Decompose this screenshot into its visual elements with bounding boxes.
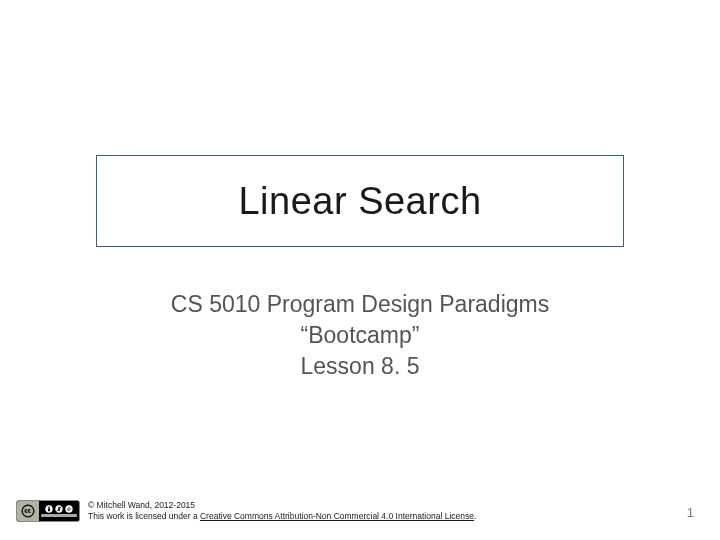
svg-point-7 — [65, 505, 72, 512]
cc-license-badge-icon: $ — [16, 500, 80, 522]
license-link[interactable]: Creative Commons Attribution-Non Commerc… — [200, 511, 474, 521]
cc-logo-icon — [17, 501, 39, 521]
slide-title: Linear Search — [238, 180, 481, 223]
footer-text: © Mitchell Wand, 2012-2015 This work is … — [88, 500, 476, 521]
svg-point-2 — [48, 507, 50, 509]
cc-badge-right: $ — [39, 501, 79, 521]
title-box: Linear Search — [96, 155, 624, 247]
footer: $ © Mitchell Wand, 2012-2015 This work i… — [16, 500, 476, 522]
page-number: 1 — [687, 505, 694, 520]
subtitle-line-1: CS 5010 Program Design Paradigms — [96, 289, 624, 320]
license-line: This work is licensed under a Creative C… — [88, 511, 476, 522]
copyright-line: © Mitchell Wand, 2012-2015 — [88, 500, 476, 511]
cc-sa-icon — [65, 505, 73, 513]
cc-badge-icons: $ — [45, 505, 73, 513]
cc-by-icon — [45, 505, 53, 513]
cc-badge-bar — [41, 514, 77, 517]
subtitle-line-3: Lesson 8. 5 — [96, 351, 624, 382]
license-prefix: This work is licensed under a — [88, 511, 200, 521]
license-suffix: . — [474, 511, 476, 521]
svg-rect-3 — [48, 508, 50, 511]
subtitle-line-2: “Bootcamp” — [96, 320, 624, 351]
cc-nc-icon: $ — [55, 505, 63, 513]
subtitle-block: CS 5010 Program Design Paradigms “Bootca… — [96, 289, 624, 382]
